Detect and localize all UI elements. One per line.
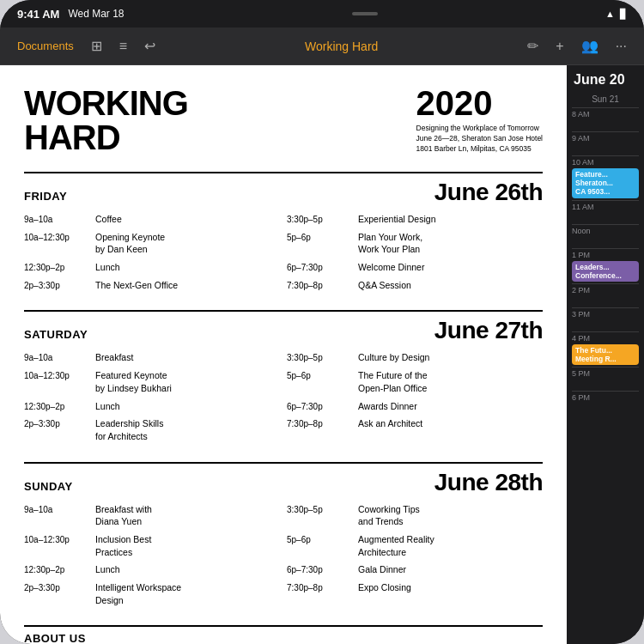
time-cell: 9a–10a (24, 213, 88, 229)
document-header: WORKINGHARD 2020 Designing the Workplace… (24, 86, 543, 155)
doc-year-block: 2020 Designing the Workplace of Tomorrow… (416, 86, 543, 155)
schedule-section: SUNDAY June 28th 9a–10aBreakfast with Di… (24, 462, 543, 611)
schedule-grid: 9a–10aBreakfast with Diana Yuen3:30p–5pC… (24, 503, 543, 611)
calendar-sidebar: June 20 Sun 21 8 AM9 AM10 AMFeature... S… (567, 65, 644, 644)
event-cell: Gala Dinner (358, 563, 543, 580)
status-time: 9:41 AM (17, 8, 59, 21)
cal-event[interactable]: Leaders... Conference... (572, 261, 639, 282)
section-day: SATURDAY (24, 328, 88, 341)
notch (352, 12, 378, 15)
status-bar: 9:41 AM Wed Mar 18 ▲ ▊ (0, 0, 644, 27)
time-cell: 3:30p–5p (287, 351, 351, 368)
cal-event[interactable]: The Futu... Meeting R... (572, 344, 639, 365)
cal-time-slot: 4 PMThe Futu... Meeting R... (572, 331, 639, 367)
event-cell: Lunch (95, 400, 280, 416)
documents-button[interactable]: Documents (10, 36, 81, 56)
cal-time-slot: 8 AM (572, 107, 639, 131)
event-cell: Lunch (95, 563, 280, 580)
document-title: Working Hard (166, 39, 517, 53)
event-cell: Opening Keynote by Dan Keen (95, 231, 280, 259)
event-cell: Coffee (95, 213, 280, 229)
time-cell: 2p–3:30p (24, 417, 88, 446)
status-icons: ▲ ▊ (605, 9, 627, 20)
section-date: June 27th (434, 317, 543, 344)
section-header: SUNDAY June 28th (24, 462, 543, 496)
cal-time-slot: 5 PM (572, 367, 639, 391)
schedule-grid: 9a–10aCoffee3:30p–5pExperiential Design1… (24, 213, 543, 295)
sections-container: FRIDAY June 26th 9a–10aCoffee3:30p–5pExp… (24, 172, 543, 610)
time-cell: 6p–7:30p (287, 563, 351, 580)
schedule-section: FRIDAY June 26th 9a–10aCoffee3:30p–5pExp… (24, 172, 543, 295)
event-cell: Expo Closing (358, 581, 543, 610)
event-cell: Ask an Architect (358, 417, 543, 446)
time-cell: 6p–7:30p (287, 261, 351, 277)
time-cell: 10a–12:30p (24, 369, 88, 398)
event-cell: Culture by Design (358, 351, 543, 368)
section-header: SATURDAY June 27th (24, 310, 543, 344)
time-cell: 5p–6p (287, 369, 351, 398)
time-cell: 10a–12:30p (24, 533, 88, 562)
section-date: June 28th (434, 469, 543, 496)
cal-time-slot: 6 PM (572, 391, 639, 415)
time-cell: 5p–6p (287, 231, 351, 259)
schedule-grid: 9a–10aBreakfast3:30p–5pCulture by Design… (24, 351, 543, 446)
event-cell: Leadership Skills for Architects (95, 417, 280, 446)
time-cell: 7:30p–8p (287, 581, 351, 610)
cal-time-slot: 10 AMFeature... Sheraton... CA 9503... (572, 155, 639, 200)
section-day: SUNDAY (24, 480, 73, 493)
cal-day-label: Sun 21 (572, 94, 639, 104)
event-cell: Experiential Design (358, 213, 543, 229)
time-cell: 9a–10a (24, 351, 88, 368)
event-cell: Q&A Session (358, 279, 543, 295)
toolbar: Documents ⊞ ≡ ↩ Working Hard ✏ + 👥 ··· (0, 27, 644, 65)
markup-icon[interactable]: ✏ (520, 34, 545, 58)
content-area: WORKINGHARD 2020 Designing the Workplace… (0, 65, 644, 644)
cal-month: June 20 (572, 72, 639, 88)
time-cell: 5p–6p (287, 533, 351, 562)
section-header: FRIDAY June 26th (24, 172, 543, 206)
event-cell: Intelligent Workspace Design (95, 581, 280, 610)
schedule-section: SATURDAY June 27th 9a–10aBreakfast3:30p–… (24, 310, 543, 446)
section-date: June 26th (434, 179, 543, 206)
battery-icon: ▊ (620, 9, 627, 20)
list-icon[interactable]: ≡ (112, 35, 134, 58)
event-cell: Breakfast (95, 351, 280, 368)
add-icon[interactable]: + (549, 35, 570, 58)
time-cell: 2p–3:30p (24, 279, 88, 295)
wifi-icon: ▲ (605, 9, 615, 19)
cal-time-slot: 11 AM (572, 200, 639, 224)
event-cell: The Future of the Open-Plan Office (358, 369, 543, 398)
time-cell: 7:30p–8p (287, 417, 351, 446)
ipad-frame: 9:41 AM Wed Mar 18 ▲ ▊ Documents ⊞ ≡ ↩ W… (0, 0, 644, 644)
event-cell: Lunch (95, 261, 280, 277)
cal-time-slot: 2 PM (572, 283, 639, 307)
time-cell: 9a–10a (24, 503, 88, 532)
event-cell: Augmented Reality Architecture (358, 533, 543, 562)
cal-time-slot: Noon (572, 224, 639, 248)
time-cell: 3:30p–5p (287, 213, 351, 229)
doc-year: 2020 (416, 86, 543, 120)
event-cell: Plan Your Work, Work Your Plan (358, 231, 543, 259)
time-cell: 7:30p–8p (287, 279, 351, 295)
event-cell: Coworking Tips and Trends (358, 503, 543, 532)
undo-icon[interactable]: ↩ (137, 34, 162, 58)
cal-time-slot: 1 PMLeaders... Conference... (572, 248, 639, 283)
collab-icon[interactable]: 👥 (574, 34, 605, 58)
section-day: FRIDAY (24, 190, 67, 203)
cal-event[interactable]: Feature... Sheraton... CA 9503... (572, 168, 639, 198)
time-cell: 12:30p–2p (24, 563, 88, 580)
time-cell: 3:30p–5p (287, 503, 351, 532)
about-header: ABOUT US (24, 632, 543, 644)
event-cell: The Next-Gen Office (95, 279, 280, 295)
time-cell: 6p–7:30p (287, 400, 351, 416)
time-cell: 2p–3:30p (24, 581, 88, 610)
event-cell: Inclusion Best Practices (95, 533, 280, 562)
cal-time-slot: 9 AM (572, 131, 639, 155)
cal-slots: 8 AM9 AM10 AMFeature... Sheraton... CA 9… (572, 107, 639, 415)
about-section: ABOUT US We are pleased to welcome lumin… (24, 625, 543, 644)
status-date: Wed Mar 18 (68, 8, 124, 20)
event-cell: Breakfast with Diana Yuen (95, 503, 280, 532)
more-icon[interactable]: ··· (609, 35, 634, 58)
sidebar-icon[interactable]: ⊞ (84, 34, 109, 58)
time-cell: 10a–12:30p (24, 231, 88, 259)
